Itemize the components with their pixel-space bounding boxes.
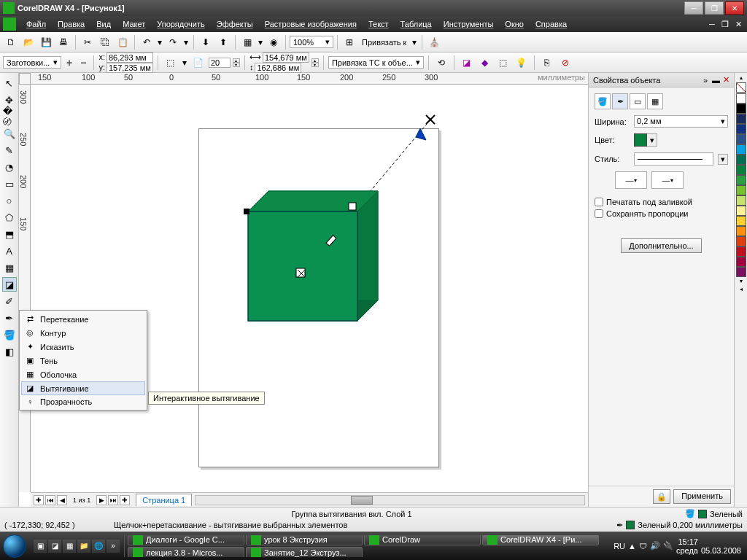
color-swatch[interactable]: [736, 226, 746, 236]
lighting-button[interactable]: 💡: [514, 55, 530, 71]
doc-restore-button[interactable]: ❐: [719, 19, 731, 29]
paste-button[interactable]: 📋: [115, 34, 131, 50]
prev-page-button[interactable]: ◀: [57, 495, 67, 505]
taskbar-task[interactable]: Занятие_12 Экструз...: [246, 547, 363, 557]
taskbar-task[interactable]: CorelDRAW X4 - [Ри...: [482, 535, 599, 545]
color-swatch[interactable]: [736, 267, 746, 277]
vp-dropdown[interactable]: ▾: [181, 55, 188, 71]
rotate-button[interactable]: ⟲: [433, 55, 449, 71]
print-behind-fill-checkbox[interactable]: [595, 198, 603, 206]
flyout-item-6[interactable]: ♀Прозрачность: [21, 395, 145, 408]
ruler-origin[interactable]: [19, 73, 31, 85]
color-swatch[interactable]: [736, 216, 746, 226]
style-dropdown[interactable]: ▾: [718, 154, 728, 165]
vanishing-point-button[interactable]: ⬚: [163, 55, 179, 71]
eyedropper-tool[interactable]: ✐: [2, 294, 17, 308]
page-tab-1[interactable]: Страница 1: [136, 494, 192, 506]
import-button[interactable]: ⬇: [198, 34, 214, 50]
outline-width-combo[interactable]: 0,2 мм▾: [634, 115, 728, 128]
basic-shapes-tool[interactable]: ⬒: [2, 227, 17, 241]
minimize-button[interactable]: ─: [684, 1, 703, 15]
docker-tab-fill[interactable]: 🪣: [595, 93, 611, 109]
start-button[interactable]: [0, 532, 29, 560]
clock-time[interactable]: 15:17: [676, 537, 698, 546]
ql-icon[interactable]: 📁: [77, 540, 90, 553]
app-launcher-dropdown[interactable]: ▾: [257, 34, 264, 50]
first-page-button[interactable]: ⏮: [45, 495, 55, 505]
menu-текст[interactable]: Текст: [363, 18, 395, 31]
options-button[interactable]: ⛪: [426, 34, 442, 50]
cut-button[interactable]: ✂: [80, 34, 96, 50]
copies-down[interactable]: ▾: [233, 63, 240, 67]
flyout-item-1[interactable]: ◎Контур: [21, 326, 145, 340]
taskbar-task[interactable]: Диалоги - Google C...: [128, 535, 244, 545]
docker-tab-outline[interactable]: ✒: [612, 93, 628, 109]
outline-color-dropdown[interactable]: ▾: [647, 133, 657, 147]
freehand-tool[interactable]: ✎: [2, 143, 17, 158]
flyout-item-3[interactable]: ▣Тень: [21, 354, 145, 368]
color-swatch[interactable]: [736, 144, 746, 155]
shape-tool[interactable]: ✥: [2, 93, 17, 107]
start-cap-combo[interactable]: —▾: [615, 171, 647, 189]
apply-button[interactable]: Применить: [673, 489, 731, 504]
add-preset-button[interactable]: +: [63, 57, 75, 69]
flyout-item-0[interactable]: ⇄Перетекание: [21, 312, 145, 326]
color-swatch[interactable]: [736, 185, 746, 195]
tray-icon[interactable]: 🛡: [639, 542, 647, 551]
copy-button[interactable]: ⿻: [97, 34, 113, 50]
tray-icon[interactable]: 🔊: [650, 541, 660, 551]
lock-button[interactable]: 🔒: [653, 489, 670, 504]
redo-button[interactable]: ↷: [165, 34, 181, 50]
doc-close-button[interactable]: ✕: [732, 19, 744, 29]
palette-flyout[interactable]: ◂: [740, 286, 743, 293]
welcome-button[interactable]: ◉: [266, 34, 282, 50]
color-swatch[interactable]: [736, 246, 746, 257]
ql-expand[interactable]: »: [107, 540, 120, 553]
close-button[interactable]: ✕: [725, 1, 744, 15]
menu-инструменты[interactable]: Инструменты: [438, 18, 500, 31]
no-color-swatch[interactable]: [736, 82, 746, 93]
color-button[interactable]: ◪: [459, 55, 475, 71]
interactive-fill-tool[interactable]: ◧: [2, 344, 17, 359]
color-swatch[interactable]: [736, 236, 746, 246]
snap-button[interactable]: ⊞: [341, 34, 357, 50]
palette-up[interactable]: ▴: [740, 74, 743, 82]
docker-close-button[interactable]: ✕: [723, 75, 729, 85]
tray-icon[interactable]: ▲: [628, 542, 636, 551]
ql-icon[interactable]: 🌐: [92, 540, 105, 553]
lang-indicator[interactable]: RU: [614, 542, 625, 551]
extrude-object[interactable]: [219, 112, 452, 346]
flyout-item-4[interactable]: ▦Оболочка: [21, 368, 145, 381]
color-swatch[interactable]: [736, 195, 746, 206]
horizontal-scrollbar[interactable]: [195, 495, 585, 505]
vp-bind-dropdown[interactable]: Привязка ТС к объе...▾: [328, 56, 424, 69]
remove-preset-button[interactable]: −: [77, 57, 89, 69]
color-swatch[interactable]: [736, 124, 746, 134]
menu-эффекты[interactable]: Эффекты: [211, 18, 259, 31]
horizontal-ruler[interactable]: 150 100 50 0 50 100 150 200 250 300 милл…: [31, 73, 588, 85]
menu-упорядочить[interactable]: Упорядочить: [151, 18, 210, 31]
depth-button[interactable]: ◆: [477, 55, 493, 71]
ql-icon[interactable]: ◪: [48, 540, 61, 553]
open-button[interactable]: 📂: [20, 34, 36, 50]
width-field[interactable]: 154,679 мм: [263, 52, 309, 63]
text-tool[interactable]: A: [2, 244, 17, 258]
menu-правка[interactable]: Правка: [52, 18, 90, 31]
pick-tool[interactable]: ↖: [2, 76, 17, 90]
crop-tool[interactable]: �〄: [2, 109, 17, 124]
color-swatch[interactable]: [736, 134, 746, 144]
table-tool[interactable]: ▦: [2, 260, 17, 275]
flyout-item-2[interactable]: ✦Исказить: [21, 340, 145, 354]
ql-icon[interactable]: ▦: [63, 540, 76, 553]
taskbar-task[interactable]: урок 8 Экструзия: [246, 535, 363, 545]
presets-dropdown[interactable]: Заготовки...▾: [3, 56, 61, 69]
y-field[interactable]: 157,235 мм: [107, 63, 153, 73]
color-swatch[interactable]: [736, 206, 746, 216]
new-button[interactable]: 🗋: [3, 34, 19, 50]
end-cap-combo[interactable]: —▾: [651, 171, 684, 189]
taskbar-task[interactable]: CorelDraw: [364, 535, 481, 545]
snap-label[interactable]: Привязать к: [359, 38, 409, 47]
vertical-ruler[interactable]: 300 250 200 150: [19, 85, 31, 492]
copy-props-button[interactable]: ⎘: [539, 55, 555, 71]
bevel-button[interactable]: ⬚: [495, 55, 511, 71]
